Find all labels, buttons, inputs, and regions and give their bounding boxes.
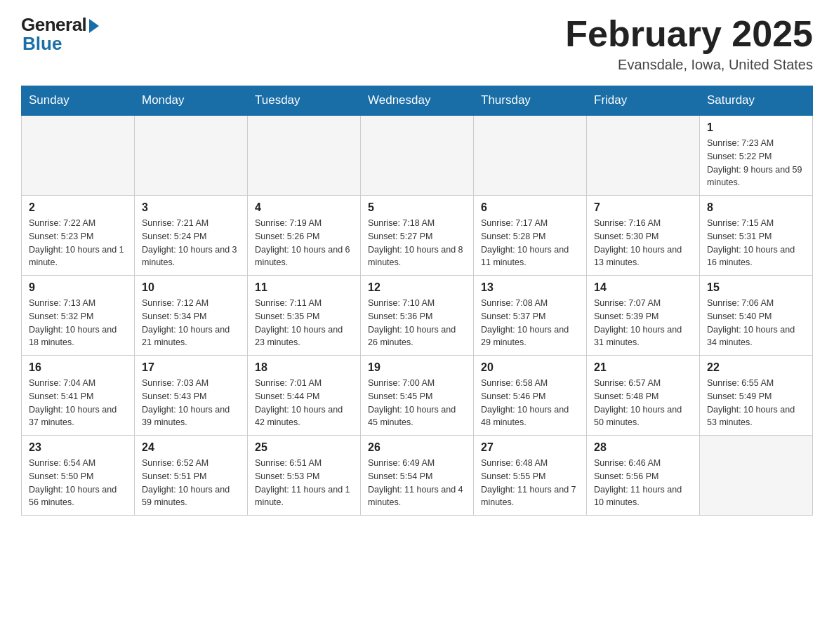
calendar-week-row: 23Sunrise: 6:54 AM Sunset: 5:50 PM Dayli…	[22, 436, 813, 516]
day-info: Sunrise: 6:55 AM Sunset: 5:49 PM Dayligh…	[707, 377, 805, 429]
day-info: Sunrise: 7:23 AM Sunset: 5:22 PM Dayligh…	[707, 137, 805, 189]
calendar-cell: 17Sunrise: 7:03 AM Sunset: 5:43 PM Dayli…	[135, 356, 248, 436]
calendar-week-row: 16Sunrise: 7:04 AM Sunset: 5:41 PM Dayli…	[22, 356, 813, 436]
day-info: Sunrise: 7:15 AM Sunset: 5:31 PM Dayligh…	[707, 217, 805, 269]
day-number: 27	[481, 441, 579, 454]
day-number: 4	[255, 201, 353, 214]
calendar-cell: 1Sunrise: 7:23 AM Sunset: 5:22 PM Daylig…	[700, 115, 813, 196]
calendar-cell: 14Sunrise: 7:07 AM Sunset: 5:39 PM Dayli…	[587, 276, 700, 356]
day-info: Sunrise: 7:10 AM Sunset: 5:36 PM Dayligh…	[368, 297, 466, 349]
col-header-monday: Monday	[135, 86, 248, 116]
calendar-cell	[700, 436, 813, 516]
logo-blue-text: Blue	[22, 33, 62, 55]
day-number: 17	[142, 361, 240, 374]
calendar-cell: 12Sunrise: 7:10 AM Sunset: 5:36 PM Dayli…	[361, 276, 474, 356]
day-number: 3	[142, 201, 240, 214]
calendar-cell: 24Sunrise: 6:52 AM Sunset: 5:51 PM Dayli…	[135, 436, 248, 516]
calendar-cell: 13Sunrise: 7:08 AM Sunset: 5:37 PM Dayli…	[474, 276, 587, 356]
day-number: 2	[29, 201, 127, 214]
day-info: Sunrise: 7:17 AM Sunset: 5:28 PM Dayligh…	[481, 217, 579, 269]
logo-arrow-icon	[89, 19, 99, 33]
calendar-cell: 2Sunrise: 7:22 AM Sunset: 5:23 PM Daylig…	[22, 196, 135, 276]
calendar-cell: 7Sunrise: 7:16 AM Sunset: 5:30 PM Daylig…	[587, 196, 700, 276]
day-info: Sunrise: 7:18 AM Sunset: 5:27 PM Dayligh…	[368, 217, 466, 269]
calendar-cell: 15Sunrise: 7:06 AM Sunset: 5:40 PM Dayli…	[700, 276, 813, 356]
calendar-cell: 26Sunrise: 6:49 AM Sunset: 5:54 PM Dayli…	[361, 436, 474, 516]
day-number: 6	[481, 201, 579, 214]
calendar-week-row: 2Sunrise: 7:22 AM Sunset: 5:23 PM Daylig…	[22, 196, 813, 276]
day-info: Sunrise: 7:12 AM Sunset: 5:34 PM Dayligh…	[142, 297, 240, 349]
day-info: Sunrise: 7:16 AM Sunset: 5:30 PM Dayligh…	[594, 217, 692, 269]
day-number: 18	[255, 361, 353, 374]
day-info: Sunrise: 7:04 AM Sunset: 5:41 PM Dayligh…	[29, 377, 127, 429]
day-info: Sunrise: 7:21 AM Sunset: 5:24 PM Dayligh…	[142, 217, 240, 269]
col-header-thursday: Thursday	[474, 86, 587, 116]
calendar-cell: 21Sunrise: 6:57 AM Sunset: 5:48 PM Dayli…	[587, 356, 700, 436]
calendar-cell: 4Sunrise: 7:19 AM Sunset: 5:26 PM Daylig…	[248, 196, 361, 276]
calendar-cell	[22, 115, 135, 196]
day-number: 13	[481, 281, 579, 294]
day-info: Sunrise: 6:48 AM Sunset: 5:55 PM Dayligh…	[481, 457, 579, 509]
day-info: Sunrise: 7:01 AM Sunset: 5:44 PM Dayligh…	[255, 377, 353, 429]
day-number: 10	[142, 281, 240, 294]
day-info: Sunrise: 6:58 AM Sunset: 5:46 PM Dayligh…	[481, 377, 579, 429]
day-number: 25	[255, 441, 353, 454]
day-number: 8	[707, 201, 805, 214]
day-info: Sunrise: 7:08 AM Sunset: 5:37 PM Dayligh…	[481, 297, 579, 349]
logo: General Blue	[21, 14, 99, 55]
day-number: 28	[594, 441, 692, 454]
calendar-cell	[135, 115, 248, 196]
calendar-week-row: 9Sunrise: 7:13 AM Sunset: 5:32 PM Daylig…	[22, 276, 813, 356]
calendar-cell: 10Sunrise: 7:12 AM Sunset: 5:34 PM Dayli…	[135, 276, 248, 356]
day-info: Sunrise: 6:57 AM Sunset: 5:48 PM Dayligh…	[594, 377, 692, 429]
calendar-cell: 8Sunrise: 7:15 AM Sunset: 5:31 PM Daylig…	[700, 196, 813, 276]
day-number: 26	[368, 441, 466, 454]
col-header-wednesday: Wednesday	[361, 86, 474, 116]
day-number: 1	[707, 121, 805, 134]
day-number: 5	[368, 201, 466, 214]
col-header-saturday: Saturday	[700, 86, 813, 116]
day-info: Sunrise: 6:46 AM Sunset: 5:56 PM Dayligh…	[594, 457, 692, 509]
day-number: 9	[29, 281, 127, 294]
calendar-cell	[587, 115, 700, 196]
calendar-header-row: SundayMondayTuesdayWednesdayThursdayFrid…	[22, 86, 813, 116]
calendar-cell: 16Sunrise: 7:04 AM Sunset: 5:41 PM Dayli…	[22, 356, 135, 436]
col-header-tuesday: Tuesday	[248, 86, 361, 116]
page-header: General Blue February 2025 Evansdale, Io…	[21, 14, 813, 73]
calendar-cell: 6Sunrise: 7:17 AM Sunset: 5:28 PM Daylig…	[474, 196, 587, 276]
calendar-cell	[474, 115, 587, 196]
day-info: Sunrise: 7:07 AM Sunset: 5:39 PM Dayligh…	[594, 297, 692, 349]
day-info: Sunrise: 6:51 AM Sunset: 5:53 PM Dayligh…	[255, 457, 353, 509]
day-number: 20	[481, 361, 579, 374]
calendar-cell: 5Sunrise: 7:18 AM Sunset: 5:27 PM Daylig…	[361, 196, 474, 276]
title-block: February 2025 Evansdale, Iowa, United St…	[565, 14, 813, 73]
col-header-friday: Friday	[587, 86, 700, 116]
day-number: 22	[707, 361, 805, 374]
day-info: Sunrise: 7:19 AM Sunset: 5:26 PM Dayligh…	[255, 217, 353, 269]
calendar-week-row: 1Sunrise: 7:23 AM Sunset: 5:22 PM Daylig…	[22, 115, 813, 196]
day-number: 12	[368, 281, 466, 294]
calendar-cell: 11Sunrise: 7:11 AM Sunset: 5:35 PM Dayli…	[248, 276, 361, 356]
calendar-cell: 3Sunrise: 7:21 AM Sunset: 5:24 PM Daylig…	[135, 196, 248, 276]
day-info: Sunrise: 7:11 AM Sunset: 5:35 PM Dayligh…	[255, 297, 353, 349]
calendar-cell: 23Sunrise: 6:54 AM Sunset: 5:50 PM Dayli…	[22, 436, 135, 516]
day-number: 24	[142, 441, 240, 454]
day-info: Sunrise: 7:06 AM Sunset: 5:40 PM Dayligh…	[707, 297, 805, 349]
calendar-cell: 18Sunrise: 7:01 AM Sunset: 5:44 PM Dayli…	[248, 356, 361, 436]
day-info: Sunrise: 6:49 AM Sunset: 5:54 PM Dayligh…	[368, 457, 466, 509]
day-number: 19	[368, 361, 466, 374]
month-title: February 2025	[565, 14, 813, 54]
day-info: Sunrise: 6:52 AM Sunset: 5:51 PM Dayligh…	[142, 457, 240, 509]
day-number: 21	[594, 361, 692, 374]
day-info: Sunrise: 7:00 AM Sunset: 5:45 PM Dayligh…	[368, 377, 466, 429]
calendar-cell: 20Sunrise: 6:58 AM Sunset: 5:46 PM Dayli…	[474, 356, 587, 436]
calendar-cell: 25Sunrise: 6:51 AM Sunset: 5:53 PM Dayli…	[248, 436, 361, 516]
calendar-cell: 19Sunrise: 7:00 AM Sunset: 5:45 PM Dayli…	[361, 356, 474, 436]
day-number: 23	[29, 441, 127, 454]
calendar-cell: 27Sunrise: 6:48 AM Sunset: 5:55 PM Dayli…	[474, 436, 587, 516]
col-header-sunday: Sunday	[22, 86, 135, 116]
day-info: Sunrise: 6:54 AM Sunset: 5:50 PM Dayligh…	[29, 457, 127, 509]
day-number: 11	[255, 281, 353, 294]
day-number: 14	[594, 281, 692, 294]
day-number: 7	[594, 201, 692, 214]
